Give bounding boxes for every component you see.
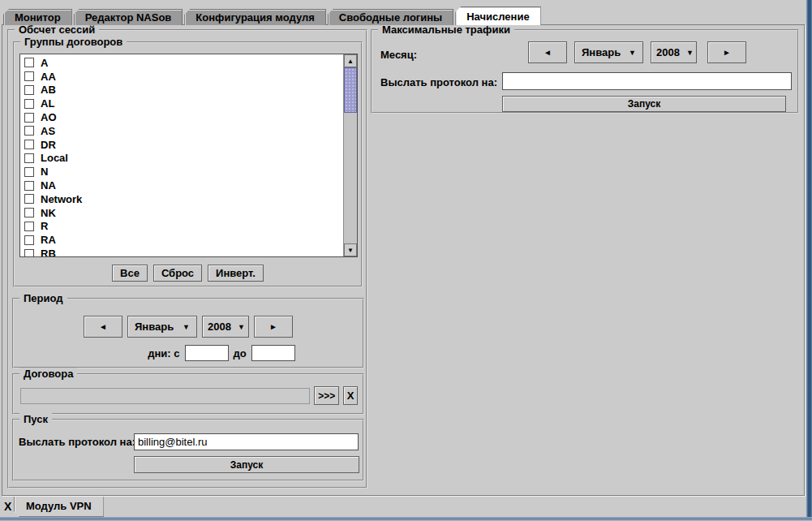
list-item[interactable]: NK	[20, 206, 343, 220]
list-item[interactable]: DR	[20, 138, 343, 152]
launch-title: Пуск	[19, 413, 52, 425]
clear-contracts-button[interactable]: X	[343, 386, 358, 405]
session-calc-group: Обсчет сессий Группы договоров A AA AB A…	[7, 29, 367, 489]
days-from-label: дни: с	[148, 347, 179, 360]
list-item[interactable]: Network	[20, 192, 343, 206]
tab-nas-editor[interactable]: Редактор NASов	[74, 9, 183, 25]
checkbox[interactable]	[24, 222, 34, 231]
list-item[interactable]: AB	[20, 84, 343, 97]
day-to-input[interactable]	[251, 345, 295, 361]
scrollbar-thumb[interactable]	[344, 67, 357, 113]
list-item-label: AO	[41, 111, 57, 123]
prev-month-button[interactable]: ◄	[528, 41, 567, 63]
max-traffic-group: Максимальные трафики Месяц: ◄ Январь ▼ 2…	[371, 29, 799, 114]
list-item-label: AB	[41, 84, 56, 96]
list-item-label: R	[41, 220, 48, 232]
checkbox[interactable]	[24, 58, 34, 67]
contract-groups-list[interactable]: A AA AB AL AO AS DR Local N NA Network	[19, 54, 358, 257]
list-item-label: NK	[41, 207, 56, 219]
select-all-button[interactable]: Все	[112, 265, 148, 282]
email-input[interactable]	[502, 72, 792, 90]
checkbox[interactable]	[24, 208, 34, 217]
list-item-label: N	[41, 166, 48, 178]
list-item-label: NA	[41, 179, 56, 192]
period-days-row: дни: с до	[47, 345, 396, 361]
email-input[interactable]	[134, 433, 359, 450]
list-item[interactable]: R	[20, 220, 343, 234]
checkbox[interactable]	[24, 85, 34, 95]
contracts-title: Договора	[19, 368, 77, 380]
scrollbar-track[interactable]	[344, 113, 357, 243]
checkbox[interactable]	[24, 99, 34, 109]
prev-month-button[interactable]: ◄	[84, 316, 122, 338]
module-tab-bar: X Модуль VPN	[0, 497, 806, 517]
left-arrow-icon: ◄	[543, 48, 552, 57]
chevron-down-icon: ▼	[629, 49, 636, 57]
open-contracts-button[interactable]: >>>	[314, 386, 339, 405]
list-item[interactable]: AS	[20, 124, 343, 138]
invert-button[interactable]: Инверт.	[208, 265, 264, 282]
list-item-label: DR	[41, 139, 56, 151]
list-item-label: AL	[41, 97, 54, 110]
next-month-button[interactable]: ►	[707, 41, 746, 63]
year-select[interactable]: 2008 ▼	[202, 316, 249, 338]
next-month-button[interactable]: ►	[254, 316, 293, 338]
list-item-label: RA	[41, 234, 56, 246]
checkbox[interactable]	[24, 113, 34, 123]
list-item-label: AS	[41, 125, 55, 137]
run-button[interactable]: Запуск	[134, 456, 359, 473]
scroll-down-button[interactable]: ▼	[344, 243, 357, 256]
month-select[interactable]: Январь ▼	[574, 41, 643, 63]
tab-monitor[interactable]: Монитор	[3, 9, 72, 25]
tab-module-config[interactable]: Конфигурация модуля	[184, 9, 325, 25]
checkbox[interactable]	[24, 140, 34, 149]
tab-free-logins[interactable]: Свободные логины	[328, 9, 453, 25]
launch-group: Пуск Выслать протокол на: Запуск	[12, 419, 364, 481]
list-item[interactable]: RB	[20, 247, 343, 256]
close-module-button[interactable]: X	[4, 500, 11, 513]
list-item[interactable]: AL	[20, 97, 343, 110]
chevron-down-icon: ▼	[238, 323, 245, 331]
checkbox[interactable]	[24, 126, 34, 136]
scroll-down-icon: ▼	[347, 247, 354, 254]
month-select[interactable]: Январь ▼	[127, 316, 197, 338]
window-border-bottom	[0, 517, 812, 521]
app-window: Монитор Редактор NASов Конфигурация моду…	[0, 0, 812, 521]
checkbox[interactable]	[24, 167, 34, 177]
checkbox[interactable]	[24, 249, 34, 256]
list-item[interactable]: RA	[20, 233, 343, 247]
month-label: Месяц:	[380, 49, 417, 61]
main-tab-bar: Монитор Редактор NASов Конфигурация моду…	[3, 6, 541, 25]
list-item[interactable]: AO	[20, 110, 343, 124]
list-item[interactable]: Local	[20, 152, 343, 166]
checkbox[interactable]	[24, 194, 34, 204]
checkbox[interactable]	[24, 71, 34, 81]
year-value: 2008	[208, 321, 231, 333]
list-item[interactable]: AA	[20, 70, 343, 84]
list-item-label: AA	[41, 71, 56, 83]
period-title: Период	[19, 292, 67, 304]
run-button[interactable]: Запуск	[502, 96, 786, 112]
contract-groups-title: Группы договоров	[20, 36, 127, 48]
tab-module-vpn[interactable]: Модуль VPN	[14, 497, 104, 517]
scroll-up-button[interactable]: ▲	[344, 54, 357, 67]
contracts-group: Договора >>> X	[12, 373, 364, 415]
tab-accrual[interactable]: Начисление	[455, 6, 540, 25]
reset-button[interactable]: Сброс	[153, 265, 202, 282]
day-from-input[interactable]	[185, 345, 229, 361]
checkbox[interactable]	[24, 235, 34, 245]
year-select[interactable]: 2008 ▼	[651, 41, 697, 63]
year-value: 2008	[656, 46, 680, 58]
contract-groups-group: Группы договоров A AA AB AL AO AS DR Loc…	[13, 41, 363, 287]
month-value: Январь	[582, 46, 621, 58]
list-item[interactable]: NA	[20, 179, 343, 192]
checkbox[interactable]	[24, 181, 34, 191]
list-item-label: A	[41, 57, 48, 69]
list-item[interactable]: A	[20, 56, 343, 70]
list-item-label: Local	[41, 152, 68, 164]
list-item[interactable]: N	[20, 165, 343, 179]
chevron-down-icon: ▼	[183, 323, 190, 331]
vertical-scrollbar[interactable]: ▲ ▼	[343, 54, 357, 256]
checkbox[interactable]	[24, 153, 34, 163]
list-actions-row: Все Сброс Инверт.	[15, 265, 361, 282]
